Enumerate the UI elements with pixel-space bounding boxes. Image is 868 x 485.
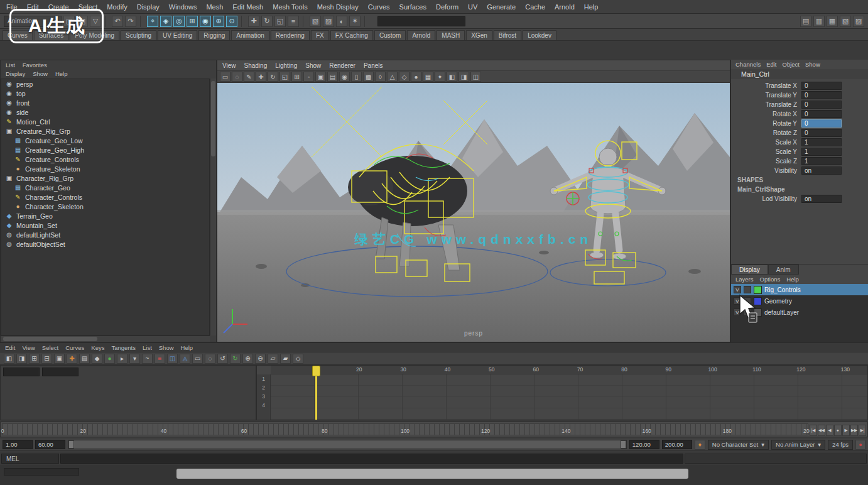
outliner-tab[interactable]: Favorites <box>23 62 47 68</box>
transport-button[interactable]: ● <box>834 425 842 436</box>
outliner-item[interactable]: ◍defaultObjectSet <box>1 239 209 249</box>
range-start-handle[interactable] <box>68 440 74 449</box>
ipr-render-icon[interactable]: ▨ <box>323 16 334 27</box>
snap-grid-icon[interactable]: ⌖ <box>147 16 158 27</box>
anim-menu-item[interactable]: View <box>22 344 35 351</box>
anim-tool-icon[interactable]: ↻ <box>230 354 241 364</box>
character-set-selector[interactable]: No Character Set ▾ <box>708 440 769 450</box>
dope-stat-field-1[interactable] <box>3 368 40 376</box>
outliner-item[interactable]: ◉top <box>1 89 209 98</box>
snap-plane-icon[interactable]: ⊞ <box>187 16 198 27</box>
anim-menu-item[interactable]: List <box>143 344 152 351</box>
shelf-tab[interactable]: Bifrost <box>494 30 521 40</box>
anim-tool-icon[interactable]: ◧ <box>4 354 14 364</box>
rotate-tool-icon[interactable]: ↻ <box>268 72 278 82</box>
outliner-item[interactable]: ▦Character_Geo <box>1 183 209 192</box>
move-tool-icon[interactable]: ✚ <box>256 72 266 82</box>
sidebar-modeling-toolkit-icon[interactable]: ▧ <box>840 16 851 27</box>
outliner-item[interactable]: ◍defaultLightSet <box>1 230 209 239</box>
render-settings-icon[interactable]: ◐ <box>336 16 347 27</box>
viewport-menu-item[interactable]: Lighting <box>275 62 297 69</box>
anim-tool-icon[interactable]: ◌ <box>205 354 215 364</box>
anim-tool-icon[interactable]: ▰ <box>280 354 291 364</box>
shelf-tab[interactable]: Lookdev <box>523 30 556 40</box>
command-line-mode-toggle[interactable]: MEL <box>1 454 59 464</box>
menu-item[interactable]: Surfaces <box>399 3 426 11</box>
range-end-handle[interactable] <box>621 440 626 449</box>
channel-value-field[interactable]: 0 <box>801 101 842 109</box>
undo-icon[interactable]: ↶ <box>112 16 123 27</box>
anim-menu-item[interactable]: Curves <box>65 344 84 351</box>
anim-menu-item[interactable]: Keys <box>91 344 104 351</box>
layer-playback-toggle[interactable] <box>744 286 751 293</box>
gate-mask-icon[interactable]: ◊ <box>375 72 386 82</box>
outliner-item[interactable]: ●Character_Skeleton <box>1 202 209 211</box>
anim-tool-icon[interactable]: ≡ <box>155 354 165 364</box>
resolution-gate-icon[interactable]: ▩ <box>363 72 374 82</box>
transport-button[interactable]: ▶ <box>842 425 850 436</box>
anim-tool-icon[interactable]: ● <box>104 354 115 364</box>
channel-value-field[interactable]: on <box>801 195 842 203</box>
menu-item[interactable]: Generate <box>487 3 516 11</box>
layer-editor-menu-item[interactable]: Help <box>786 276 799 283</box>
set-key-icon[interactable]: ♦ <box>695 440 705 450</box>
transport-button[interactable]: ▶▶ <box>850 425 858 436</box>
current-time-marker[interactable] <box>315 366 317 420</box>
anim-menu-item[interactable]: Show <box>159 344 174 351</box>
outliner-item[interactable]: ✎Creature_Controls <box>1 155 209 164</box>
anim-tool-icon[interactable]: ✚ <box>67 354 77 364</box>
transport-button[interactable]: |◀ <box>810 425 817 436</box>
range-slider-bar[interactable] <box>68 440 627 449</box>
channel-value-field[interactable]: on <box>801 166 842 175</box>
anim-tool-icon[interactable]: ▸ <box>117 354 127 364</box>
anim-tool-icon[interactable]: ▱ <box>268 354 278 364</box>
anim-tool-icon[interactable]: ⊕ <box>242 354 253 364</box>
snap-point-icon[interactable]: ◎ <box>173 16 185 27</box>
layer-color-swatch[interactable] <box>754 286 762 294</box>
safe-action-icon[interactable]: △ <box>387 72 398 82</box>
lights-icon[interactable]: ✦ <box>435 72 445 82</box>
shelf-tab[interactable]: FX <box>311 30 329 40</box>
anim-tool-icon[interactable]: ▭ <box>192 354 203 364</box>
sidebar-character-icon[interactable]: ▨ <box>853 16 864 27</box>
outliner-item[interactable]: ◆Mountain_Set <box>1 221 209 230</box>
channel-box-menu-item[interactable]: Edit <box>766 61 776 68</box>
point-snap-icon[interactable]: ◦ <box>303 72 314 82</box>
channel-value-field[interactable]: 1 <box>801 157 842 165</box>
lasso-tool-icon[interactable]: ◌ <box>232 72 242 82</box>
anim-tool-icon[interactable]: ⊖ <box>255 354 266 364</box>
rebuild-icon[interactable]: ↻ <box>261 16 273 27</box>
anim-menu-item[interactable]: Select <box>42 344 58 351</box>
channel-value-field[interactable]: 0 <box>801 129 842 137</box>
anim-tool-icon[interactable]: ◆ <box>92 354 102 364</box>
outliner-item[interactable]: ▦Creature_Geo_Low <box>1 136 209 145</box>
outliner-tab[interactable]: List <box>6 62 15 68</box>
sidebar-attr-editor-icon[interactable]: ▤ <box>800 16 811 27</box>
sidebar-channel-box-icon[interactable]: ▦ <box>827 16 838 27</box>
menu-item[interactable]: Cache <box>525 3 545 11</box>
outliner-item[interactable]: ◉persp <box>1 79 209 89</box>
viewport-menu-item[interactable]: Shading <box>244 62 268 69</box>
menu-item[interactable]: UV <box>468 3 477 11</box>
shelf-tab[interactable]: Rendering <box>271 30 310 40</box>
playback-end-field[interactable]: 120.00 <box>629 440 659 449</box>
outliner-horizontal-scrollbar[interactable] <box>1 335 210 342</box>
anim-tool-icon[interactable]: ▾ <box>129 354 140 364</box>
progress-bar[interactable] <box>176 469 688 479</box>
dope-sheet-timeline[interactable]: 102030405060708090100110120130 1234 <box>256 365 868 420</box>
outliner-item[interactable]: ✎Character_Controls <box>1 192 209 202</box>
outliner-menu-item[interactable]: Show <box>33 70 48 77</box>
outliner-vertical-scrollbar[interactable] <box>210 79 216 335</box>
fps-selector[interactable]: 24 fps <box>828 440 853 450</box>
outliner-menu-item[interactable]: Help <box>55 70 68 77</box>
viewport-canvas[interactable]: 绿艺CG www.qdnxxfb.cn persp <box>217 83 730 342</box>
quick-selection-field[interactable] <box>377 16 465 26</box>
menu-item[interactable]: Edit Mesh <box>232 3 263 11</box>
xray-icon[interactable]: ◫ <box>470 72 481 82</box>
render-icon[interactable]: ▧ <box>310 16 321 27</box>
channel-value-field[interactable]: 0 <box>801 91 842 99</box>
anim-tool-icon[interactable]: ↺ <box>217 354 228 364</box>
scale-tool-icon[interactable]: ◱ <box>279 72 290 82</box>
menu-item[interactable]: Curves <box>368 3 390 11</box>
menu-item[interactable]: Deform <box>436 3 458 11</box>
